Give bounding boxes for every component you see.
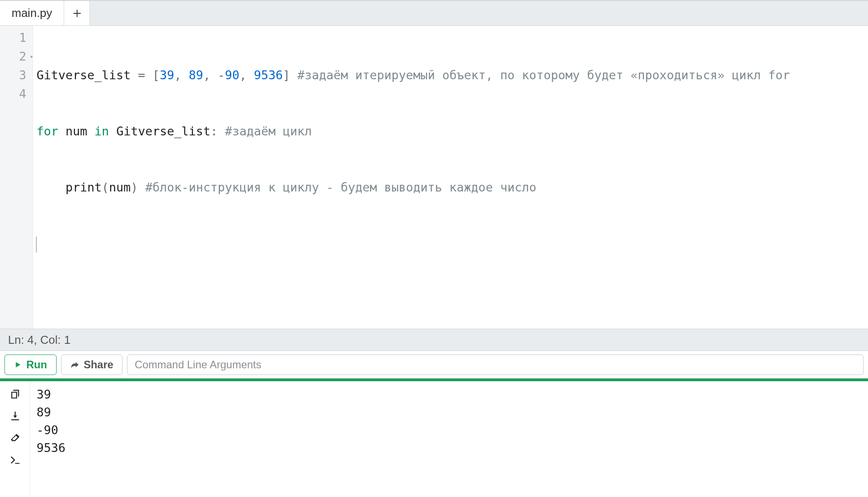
code-area[interactable]: Gitverse_list = [39, 89, -90, 9536] #зад… (33, 26, 868, 329)
copy-icon (9, 388, 21, 399)
code-line: for num in Gitverse_list: #задаём цикл (37, 122, 868, 141)
tab-bar: main.py (0, 0, 868, 26)
cursor (36, 236, 37, 253)
toolbar: Run Share (0, 351, 868, 379)
code-line: Gitverse_list = [39, 89, -90, 9536] #зад… (37, 66, 868, 85)
run-button[interactable]: Run (4, 354, 57, 375)
share-button[interactable]: Share (61, 354, 123, 375)
share-label: Share (84, 358, 114, 371)
output-line: 89 (37, 405, 51, 419)
line-number: 2 (0, 47, 33, 66)
new-tab-button[interactable] (64, 1, 90, 25)
clear-button[interactable] (9, 432, 21, 444)
status-bar: Ln: 4, Col: 1 (0, 329, 868, 351)
download-button[interactable] (9, 410, 21, 422)
cursor-position: Ln: 4, Col: 1 (8, 333, 70, 347)
plus-icon (72, 8, 82, 18)
line-number: 3 (0, 66, 33, 85)
run-label: Run (26, 358, 47, 371)
output-line: -90 (37, 423, 58, 437)
output-line: 39 (37, 387, 51, 401)
code-line (37, 234, 868, 253)
share-icon (70, 360, 79, 369)
play-icon (14, 361, 22, 369)
output-panel: 39 89 -90 9536 (0, 381, 868, 497)
line-number-gutter: 1 2 3 4 (0, 26, 33, 329)
terminal-icon (9, 455, 21, 466)
line-number: 4 (0, 85, 33, 103)
output-line: 9536 (37, 441, 66, 455)
command-line-arguments-input[interactable] (127, 354, 864, 375)
tab-main-py[interactable]: main.py (0, 1, 64, 25)
tab-label: main.py (12, 6, 52, 20)
output-text[interactable]: 39 89 -90 9536 (30, 381, 868, 497)
code-line: print(num) #блок-инструкция к циклу - бу… (37, 178, 868, 197)
line-number: 1 (0, 29, 33, 47)
output-sidebar (0, 381, 30, 497)
editor: 1 2 3 4 Gitverse_list = [39, 89, -90, 95… (0, 26, 868, 329)
copy-button[interactable] (9, 387, 21, 400)
download-icon (9, 410, 21, 422)
erase-icon (9, 432, 21, 444)
terminal-button[interactable] (9, 454, 21, 467)
